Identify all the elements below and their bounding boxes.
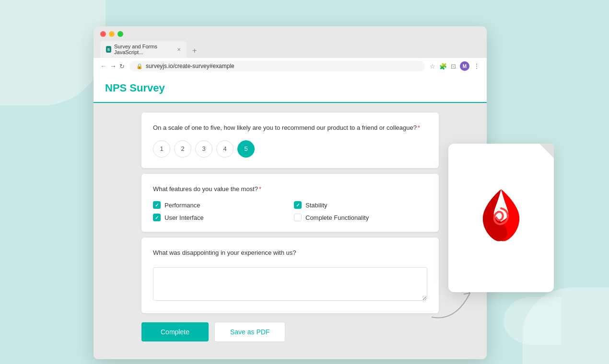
q3-text: What was disappointing in your experienc…: [153, 248, 427, 258]
rating-btn-4[interactable]: 4: [216, 140, 234, 158]
traffic-light-close[interactable]: [100, 31, 106, 37]
q1-required-star: *: [418, 124, 420, 131]
survey-card-q1: On a scale of one to five, how likely ar…: [141, 113, 439, 168]
tab-label: Survey and Forms JavaScript...: [114, 44, 172, 55]
rating-row: 1 2 3 4 5: [153, 140, 427, 158]
address-text: surveyjs.io/create-survey#example: [146, 63, 234, 69]
nav-buttons: ← → ↻: [100, 62, 125, 70]
address-input[interactable]: 🔒 surveyjs.io/create-survey#example: [129, 61, 425, 71]
rating-btn-3[interactable]: 3: [195, 140, 212, 158]
bg-decoration-tl: [0, 0, 105, 105]
check-icon-performance: ✓: [155, 203, 159, 208]
page-header: NPS Survey: [94, 74, 487, 103]
browser-action-icons: ☆ 🧩 ⊡ M ⋮: [430, 61, 480, 71]
checkbox-complete-functionality[interactable]: [294, 214, 302, 221]
checkbox-grid: ✓ Performance ✓ Stability ✓: [153, 201, 427, 221]
checkbox-label-stability: Stability: [305, 202, 328, 209]
page-title: NPS Survey: [105, 82, 475, 94]
user-avatar[interactable]: M: [460, 61, 469, 71]
q2-required-star: *: [259, 185, 261, 193]
traffic-lights: [100, 31, 480, 37]
button-row: Complete Save as PDF: [141, 319, 439, 350]
pdf-card: [448, 144, 554, 292]
tab-favicon: S: [106, 46, 111, 53]
q2-text: What features do you value the most?*: [153, 184, 427, 194]
checkbox-label-performance: Performance: [164, 202, 200, 209]
check-icon-ui: ✓: [155, 215, 159, 220]
profile-icon[interactable]: ⊡: [451, 63, 456, 70]
checkbox-item-stability[interactable]: ✓ Stability: [294, 201, 427, 209]
survey-card-q3: What was disappointing in your experienc…: [141, 238, 439, 313]
pdf-icon-area: [468, 180, 535, 256]
nav-back-button[interactable]: ←: [100, 62, 107, 70]
tab-close-button[interactable]: ✕: [177, 47, 181, 52]
extensions-icon[interactable]: 🧩: [439, 63, 447, 70]
bg-decoration-br2: [504, 297, 561, 345]
checkbox-performance[interactable]: ✓: [153, 201, 161, 209]
pdf-corner-fold: [539, 144, 554, 158]
checkbox-item-complete-functionality[interactable]: Complete Functionality: [294, 214, 427, 221]
checkbox-item-ui[interactable]: ✓ User Interface: [153, 214, 286, 221]
overflow-menu-icon[interactable]: ⋮: [473, 62, 480, 70]
rating-btn-1[interactable]: 1: [153, 140, 170, 158]
browser-tab-active[interactable]: S Survey and Forms JavaScript... ✕: [100, 41, 187, 58]
traffic-light-maximize[interactable]: [117, 31, 123, 37]
bookmark-icon[interactable]: ☆: [430, 63, 435, 70]
browser-tabs: S Survey and Forms JavaScript... ✕ +: [100, 41, 480, 58]
checkbox-ui[interactable]: ✓: [153, 214, 161, 221]
check-icon-stability: ✓: [296, 203, 300, 208]
address-bar-row: ← → ↻ 🔒 surveyjs.io/create-survey#exampl…: [94, 58, 487, 74]
checkbox-label-complete-functionality: Complete Functionality: [305, 214, 369, 221]
survey-card-q2: What features do you value the most?* ✓ …: [141, 174, 439, 232]
lock-icon: 🔒: [136, 63, 143, 69]
nav-forward-button[interactable]: →: [110, 62, 117, 70]
new-tab-button[interactable]: +: [187, 44, 201, 58]
complete-button[interactable]: Complete: [141, 322, 209, 341]
rating-btn-5[interactable]: 5: [237, 140, 255, 158]
save-pdf-button[interactable]: Save as PDF: [214, 322, 285, 342]
q3-textarea[interactable]: [153, 267, 427, 301]
checkbox-label-ui: User Interface: [164, 214, 204, 221]
browser-chrome: S Survey and Forms JavaScript... ✕ +: [94, 26, 487, 58]
traffic-light-minimize[interactable]: [109, 31, 115, 37]
nav-refresh-button[interactable]: ↻: [119, 63, 125, 70]
checkbox-stability[interactable]: ✓: [294, 201, 302, 209]
checkbox-item-performance[interactable]: ✓ Performance: [153, 201, 286, 209]
rating-btn-2[interactable]: 2: [174, 140, 191, 158]
q1-text: On a scale of one to five, how likely ar…: [153, 123, 427, 133]
pdf-adobe-icon: [470, 184, 532, 251]
